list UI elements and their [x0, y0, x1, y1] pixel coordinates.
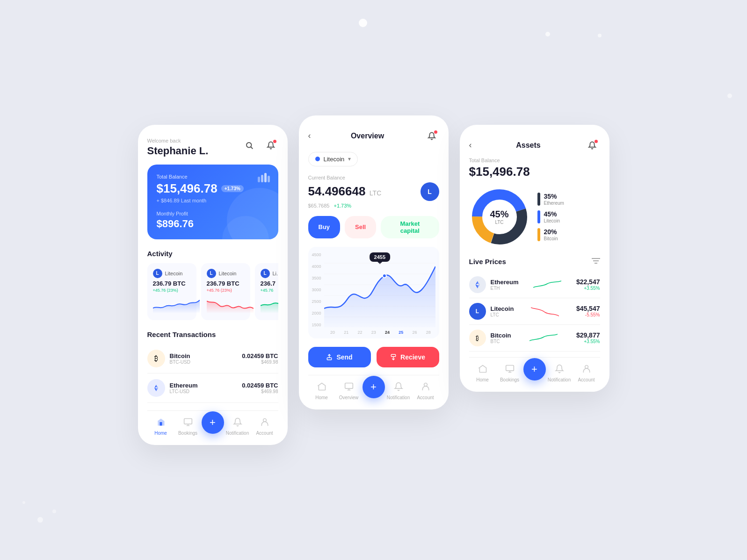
activity-card-3[interactable]: L Li... 236.7 +45.76 [255, 263, 278, 320]
receive-button[interactable]: Recieve [377, 347, 439, 367]
nav-home[interactable]: Home [147, 417, 174, 436]
nav-home-label: Home [154, 431, 167, 436]
fab-button-2[interactable]: + [363, 376, 385, 398]
svg-point-41 [585, 365, 588, 368]
legend-ltc: 45% Litecoin [537, 210, 600, 223]
fab-button-3[interactable]: + [523, 358, 546, 381]
nav-bookings-label: Bookings [178, 431, 197, 436]
activity-title: Activity [147, 250, 278, 258]
svg-marker-34 [478, 281, 480, 285]
svg-rect-21 [327, 358, 332, 360]
btc-price-value: $29,877 [576, 331, 600, 339]
transactions-title: Recent Transactions [147, 330, 278, 338]
tx-eth-usd: $469.98 [242, 389, 278, 394]
eth-coin: Ethereum [544, 201, 564, 206]
ltc-price-change: -5.55% [576, 312, 600, 317]
nav-notification-3[interactable]: Notification [546, 364, 573, 382]
balance-label: Total Balance [157, 174, 269, 179]
nav-home-3[interactable]: Home [469, 364, 496, 382]
nav-notification[interactable]: Notification [224, 417, 251, 436]
price-item-eth[interactable]: Ethereum ETH $22,547 +3.55% [469, 272, 600, 298]
welcome-text: Welcome back [147, 138, 209, 144]
nav-notification-2[interactable]: Notification [385, 382, 412, 400]
btc-price-icon: ₿ [469, 330, 486, 346]
bitcoin-tx-icon: ₿ [147, 350, 165, 367]
nav-bookings[interactable]: Bookings [174, 417, 202, 436]
btc-legend-bar [537, 228, 540, 241]
nav-home-label-2: Home [315, 395, 328, 400]
btc-price-sub: BTC [491, 339, 511, 344]
buy-button[interactable]: Buy [308, 216, 341, 238]
live-prices-header: Live Prices [469, 258, 600, 266]
send-receive-buttons: Send Recieve [308, 347, 439, 367]
notification-nav-icon [233, 417, 242, 429]
dropdown-arrow-icon: ▾ [348, 156, 351, 162]
litecoin-icon-1: L [153, 269, 162, 278]
p2-notification-button[interactable] [424, 129, 439, 144]
activity-card-1[interactable]: L Litecoin 236.79 BTC +45.76 (23%) [147, 263, 196, 320]
total-bal-label: Total Balance [469, 158, 600, 163]
notification-badge [273, 140, 276, 143]
tx-item-ethereum[interactable]: Ethereum LTC-USD 0.02459 BTC $469.98 [147, 373, 278, 403]
coin-selector[interactable]: Litecoin ▾ [308, 152, 358, 166]
ltc-pct: 45% [544, 210, 560, 218]
overview-icon [344, 382, 354, 394]
bal-change: +1.73% [334, 203, 351, 208]
tx-bitcoin-amount: 0.02459 BTC [242, 352, 278, 359]
tx-bitcoin-usd: $469.98 [242, 359, 278, 365]
nav-notification-label-2: Notification [387, 395, 410, 400]
eth-legend-bar [537, 193, 540, 206]
current-bal-amount: 54.496648 [308, 184, 366, 198]
ltc-price-icon: L [469, 303, 486, 320]
p3-back-button[interactable]: ‹ [469, 140, 472, 150]
chart-area [324, 252, 435, 329]
svg-line-1 [251, 147, 252, 148]
bookings-icon-3 [505, 364, 515, 376]
y-axis: 4500 4000 3500 3000 2500 2000 1500 [312, 252, 324, 327]
user-name: Stephanie L. [147, 145, 209, 157]
donut-legend: 35% Ethereum 45% Litecoin 20% Bitcoin [537, 193, 600, 241]
notification-button[interactable] [263, 138, 278, 153]
price-item-ltc[interactable]: L Litecoin LTC $45,547 -5.55% [469, 298, 600, 325]
home-icon-3 [478, 364, 487, 376]
header-icons [242, 138, 278, 153]
nav-account-1[interactable]: Account [251, 417, 278, 436]
send-button[interactable]: Send [308, 347, 371, 367]
eth-pct: 35% [544, 193, 564, 200]
account-icon-1 [260, 417, 269, 429]
act-amount-3: 236.7 [261, 280, 278, 287]
search-button[interactable] [242, 138, 257, 153]
p3-notification-button[interactable] [585, 138, 600, 153]
svg-rect-38 [506, 365, 514, 371]
price-item-btc[interactable]: ₿ Bitcoin BTC $29,877 +3.55% [469, 325, 600, 352]
tx-eth-sub: LTC-USD [170, 389, 198, 394]
p2-back-button[interactable]: ‹ [308, 131, 311, 141]
send-label: Send [336, 353, 352, 361]
svg-point-26 [424, 383, 427, 386]
svg-rect-23 [345, 383, 353, 388]
current-bal-row: 54.496648 LTC L [308, 182, 439, 201]
sell-button[interactable]: Sell [345, 216, 376, 238]
nav-home-2[interactable]: Home [308, 382, 335, 400]
nav-overview[interactable]: Overview [335, 382, 363, 400]
tx-item-bitcoin[interactable]: ₿ Bitcoin BTC-USD 0.02459 BTC $469.98 [147, 344, 278, 373]
transactions-section: Recent Transactions ₿ Bitcoin BTC-USD 0.… [147, 330, 278, 403]
nav-bookings-3[interactable]: Bookings [496, 364, 523, 382]
activity-card-2[interactable]: L Litecoin 236.79 BTC +45.76 (23%) [201, 263, 250, 320]
nav-bookings-label-3: Bookings [500, 377, 519, 382]
account-icon-2 [421, 382, 430, 394]
bottom-nav-2: Home Overview + Notification Account [308, 375, 439, 400]
filter-icon[interactable] [592, 258, 600, 266]
nav-overview-label: Overview [339, 395, 359, 400]
legend-btc: 20% Bitcoin [537, 228, 600, 241]
ltc-price-name: Litecoin [491, 305, 514, 312]
home-icon [156, 417, 166, 429]
nav-account-2[interactable]: Account [412, 382, 439, 400]
nav-account-3[interactable]: Account [573, 364, 600, 382]
fab-button-1[interactable]: + [202, 411, 224, 434]
bal-usd: $65.7685 [308, 203, 330, 208]
market-button[interactable]: Market capital [381, 216, 439, 238]
price-chart: 2455 4500 4000 3500 3000 2500 2000 1500 [308, 247, 439, 338]
eth-price-name: Ethereum [491, 279, 519, 286]
user-greeting: Welcome back Stephanie L. [147, 138, 209, 157]
